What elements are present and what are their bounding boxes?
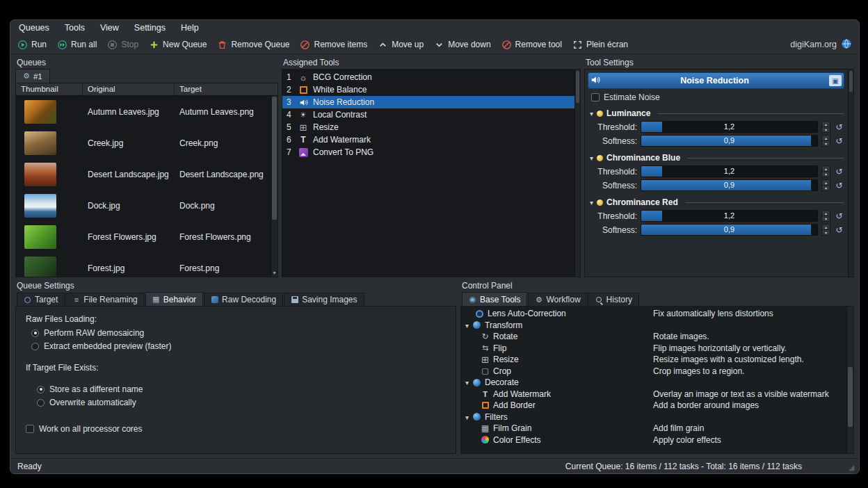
luminance-threshold-slider[interactable]: 1,2 xyxy=(641,121,818,133)
remove-items-button[interactable]: Remove items xyxy=(300,40,367,50)
remove-queue-button[interactable]: Remove Queue xyxy=(217,40,289,50)
spin-down-button[interactable] xyxy=(821,127,830,133)
chrominance-blue-threshold-slider[interactable]: 1,2 xyxy=(641,165,818,177)
category-row-decorate[interactable]: Decorate xyxy=(461,377,853,389)
spin-up-button[interactable] xyxy=(821,135,830,140)
tool-options-button[interactable]: ▣ xyxy=(829,75,842,86)
spin-down-button[interactable] xyxy=(821,171,830,177)
move-down-button[interactable]: Move down xyxy=(434,40,490,50)
queue-row-forest[interactable]: Forest.jpg Forest.png xyxy=(16,252,278,277)
menu-settings[interactable]: Settings xyxy=(134,23,166,33)
spin-up-button[interactable] xyxy=(821,121,830,127)
radio-extract-embedded-preview[interactable]: Extract embedded preview (faster) xyxy=(31,341,447,351)
column-thumbnail[interactable]: Thumbnail xyxy=(16,83,83,95)
run-all-button[interactable]: Run all xyxy=(57,40,97,50)
collapse-arrow-icon[interactable] xyxy=(590,197,593,207)
estimate-noise-row[interactable]: Estimate Noise xyxy=(591,92,842,102)
radio-button[interactable] xyxy=(31,343,39,350)
tab-file-renaming[interactable]: File Renaming xyxy=(65,293,144,306)
queue-row-dock[interactable]: Dock.jpg Dock.png xyxy=(16,190,278,221)
scrollbar-down-arrow[interactable]: ▾ xyxy=(271,269,278,277)
queue-row-desert-landscape[interactable]: Desert Landscape.jpg Desert Landscape.pn… xyxy=(16,158,278,190)
assigned-tool-white-balance[interactable]: 2 White Balance xyxy=(282,83,580,96)
category-row-transform[interactable]: Transform xyxy=(461,320,853,332)
queue-row-autumn-leaves[interactable]: Autumn Leaves.jpg Autumn Leaves.png xyxy=(16,96,278,127)
scrollbar-thumb[interactable] xyxy=(272,97,277,220)
radio-overwrite-automatically[interactable]: Overwrite automatically xyxy=(37,398,447,407)
menu-help[interactable]: Help xyxy=(181,23,199,33)
spin-up-button[interactable] xyxy=(821,224,830,229)
column-target[interactable]: Target xyxy=(175,83,278,95)
tab-base-tools[interactable]: Base Tools xyxy=(462,292,527,306)
queue-tab-1[interactable]: #1 xyxy=(15,69,50,83)
queue-row-creek[interactable]: Creek.jpg Creek.png xyxy=(16,127,278,158)
spin-up-button[interactable] xyxy=(821,210,830,215)
checkbox-work-all-cores[interactable]: Work on all processor cores xyxy=(26,424,447,434)
assigned-tool-add-watermark[interactable]: 6 Add Watermark xyxy=(282,133,580,146)
control-panel-scrollbar[interactable] xyxy=(846,307,853,453)
tab-behavior[interactable]: Behavior xyxy=(145,292,203,306)
tool-row-crop[interactable]: Crop Crop images to a region. xyxy=(461,366,853,377)
tool-row-film-grain[interactable]: Film Grain Add film grain xyxy=(461,423,853,434)
reset-default-button[interactable] xyxy=(834,225,844,235)
collapse-arrow-icon[interactable] xyxy=(465,412,469,422)
radio-perform-raw-demosaicing[interactable]: Perform RAW demosaicing xyxy=(31,328,447,338)
assigned-tool-resize[interactable]: 5 Resize xyxy=(282,121,580,133)
spin-up-button[interactable] xyxy=(821,179,830,185)
tool-row-add-watermark[interactable]: Add Watermark Overlay an image or text a… xyxy=(461,389,853,400)
scrollbar-thumb[interactable] xyxy=(849,71,853,92)
assigned-tool-local-contrast[interactable]: 4 Local Contrast xyxy=(282,108,580,121)
luminance-softness-slider[interactable]: 0,9 xyxy=(641,135,818,147)
checkbox[interactable] xyxy=(26,425,34,433)
resize-grip[interactable] xyxy=(849,463,858,472)
queue-row-forest-flowers[interactable]: Forest Flowers.jpg Forest Flowers.png xyxy=(16,221,278,252)
run-button[interactable]: Run xyxy=(17,40,47,50)
radio-button[interactable] xyxy=(37,399,45,407)
tab-workflow[interactable]: Workflow xyxy=(528,293,587,306)
spin-down-button[interactable] xyxy=(821,229,830,236)
category-row-filters[interactable]: Filters xyxy=(461,412,853,423)
tool-row-lens-auto-correction[interactable]: Lens Auto-Correction Fix automatically l… xyxy=(461,308,853,320)
tab-saving-images[interactable]: Saving Images xyxy=(284,293,364,306)
scrollbar-thumb[interactable] xyxy=(576,71,579,103)
estimate-noise-checkbox[interactable] xyxy=(591,93,600,101)
collapse-arrow-icon[interactable] xyxy=(465,377,469,387)
new-queue-button[interactable]: New Queue xyxy=(149,40,207,50)
column-original[interactable]: Original xyxy=(83,83,175,95)
collapse-arrow-icon[interactable] xyxy=(465,320,469,330)
assigned-tools-scrollbar[interactable] xyxy=(574,70,580,277)
menu-queues[interactable]: Queues xyxy=(19,23,49,33)
stop-button[interactable]: Stop xyxy=(107,40,138,50)
tool-row-color-effects[interactable]: Color Effects Apply color effects xyxy=(461,434,853,446)
assigned-tool-convert-to-png[interactable]: 7 Convert To PNG xyxy=(282,146,580,158)
chrominance-blue-softness-slider[interactable]: 0,9 xyxy=(641,179,818,191)
reset-default-button[interactable] xyxy=(834,211,844,221)
spin-down-button[interactable] xyxy=(821,140,830,147)
reset-default-button[interactable] xyxy=(834,122,844,132)
spin-up-button[interactable] xyxy=(821,165,830,171)
menu-tools[interactable]: Tools xyxy=(65,23,85,33)
tool-row-rotate[interactable]: Rotate Rotate images. xyxy=(461,331,853,343)
reset-default-button[interactable] xyxy=(834,180,844,190)
tab-history[interactable]: History xyxy=(588,293,639,306)
collapse-arrow-icon[interactable] xyxy=(590,153,593,163)
fullscreen-button[interactable]: Plein écran xyxy=(572,40,628,50)
move-up-button[interactable]: Move up xyxy=(378,40,424,50)
assigned-tool-noise-reduction-selected[interactable]: 3 Noise Reduction xyxy=(282,96,580,108)
spin-down-button[interactable] xyxy=(821,185,830,191)
radio-button[interactable] xyxy=(37,386,45,393)
tab-raw-decoding[interactable]: Raw Decoding xyxy=(204,293,283,306)
tool-row-flip[interactable]: Flip Flip images horizontally or vertica… xyxy=(461,343,853,355)
collapse-arrow-icon[interactable] xyxy=(590,108,593,118)
reset-default-button[interactable] xyxy=(834,136,844,146)
tab-target[interactable]: Target xyxy=(17,293,65,306)
assigned-tool-bcg-correction[interactable]: 1 BCG Correction xyxy=(282,71,580,83)
scrollbar-thumb[interactable] xyxy=(848,367,853,427)
remove-tool-button[interactable]: Remove tool xyxy=(501,40,562,50)
reset-default-button[interactable] xyxy=(834,166,844,177)
radio-button[interactable] xyxy=(31,330,39,337)
chrominance-red-softness-slider[interactable]: 0,9 xyxy=(641,224,818,236)
chrominance-red-threshold-slider[interactable]: 1,2 xyxy=(641,210,818,222)
spin-down-button[interactable] xyxy=(821,215,830,222)
tool-row-add-border[interactable]: Add Border Add a border around images xyxy=(461,400,853,412)
